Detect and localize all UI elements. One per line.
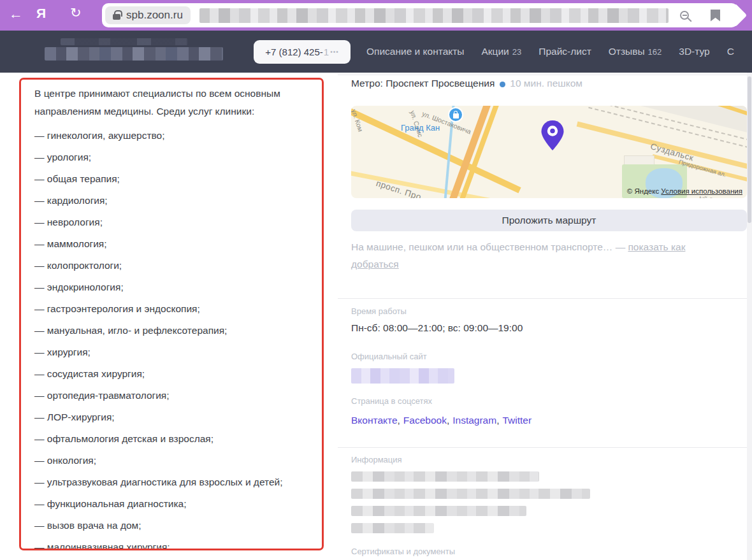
shopping-bag-icon: [453, 113, 459, 118]
service-item: — гинекология, акушерство;: [34, 129, 305, 141]
social-links: Вконтакте,Facebook,Instagram,Twitter: [351, 415, 531, 426]
official-site-label: Официальный сайт: [351, 352, 427, 361]
metro-walk-time: 10 мин. пешком: [510, 78, 582, 89]
url-host: spb.zoon.ru: [126, 9, 183, 22]
metro-line-dot-icon: [500, 82, 505, 87]
map-poi-icon[interactable]: [448, 107, 463, 122]
service-item: — вызов врача на дом;: [34, 519, 305, 531]
blurred-business-name: [45, 47, 223, 61]
scrollbar-thumb[interactable]: [748, 76, 751, 223]
route-button[interactable]: Проложить маршрут: [351, 210, 747, 231]
blurred-business-name-top: [61, 38, 188, 45]
social-link-twitter[interactable]: Twitter: [502, 415, 531, 426]
service-item: — эндокринология;: [34, 281, 305, 293]
metro-row: Метро: Проспект Просвещения 10 мин. пешк…: [351, 78, 582, 89]
map-copyright-text: © Яндекс: [627, 187, 659, 195]
certificates-label: Сертификаты и документы: [351, 547, 455, 556]
nav-label: Прайс-лист: [539, 46, 591, 57]
divider: [338, 298, 747, 299]
nav-label: Акции: [481, 46, 509, 57]
blurred-info-line: [351, 523, 434, 533]
blurred-info-line: [351, 506, 526, 516]
service-item: — маммология;: [34, 238, 305, 250]
phone-hidden-dots: •••: [330, 48, 339, 55]
phone-button[interactable]: +7 (812) 425-1•••: [254, 40, 351, 64]
service-item: — малоинвазивная хирургия;: [34, 541, 305, 550]
map-terms-link[interactable]: Условия использования: [661, 187, 742, 195]
nav-price-list[interactable]: Прайс-лист: [539, 46, 591, 57]
separator: ,: [398, 415, 400, 426]
nav-label: Описание и контакты: [366, 46, 464, 57]
service-item: — ортопедия-травматология;: [34, 389, 305, 401]
nav-label: С: [727, 46, 734, 57]
divider: [338, 447, 747, 448]
nav-count: 23: [512, 47, 521, 57]
services-intro: В центре принимают специалисты по всем о…: [34, 85, 305, 120]
blurred-url: [199, 8, 669, 23]
nav-description-contacts[interactable]: Описание и контакты: [366, 46, 464, 57]
address-bar[interactable]: spb.zoon.ru: [102, 3, 738, 27]
service-item: — офтальмология детская и взрослая;: [34, 433, 305, 445]
bookmark-icon[interactable]: [711, 10, 720, 22]
browser-window: ← Я ↻ spb.zoon.ru +7 (812) 425-1••• Опис…: [0, 0, 752, 560]
information-label: Информация: [351, 455, 402, 464]
service-item: — сосудистая хирургия;: [34, 368, 305, 380]
divider: [338, 75, 747, 75]
site-nav: Описание и контакты Акции23 Прайс-лист О…: [366, 31, 734, 73]
service-item: — общая терапия;: [34, 173, 305, 185]
blurred-info-line: [351, 489, 590, 499]
nav-promotions[interactable]: Акции23: [481, 46, 521, 57]
lock-icon: [113, 14, 120, 20]
nav-label: 3D-тур: [679, 46, 709, 57]
blurred-info-line: [351, 471, 539, 482]
scrollbar[interactable]: [747, 73, 752, 560]
hours-value: Пн-сб: 08:00—21:00; вс: 09:00—19:00: [351, 322, 523, 334]
route-hint: На машине, пешком или на общественном тр…: [351, 238, 719, 273]
map[interactable]: ул. Ком ул. Симс ул. Шостаковича Суздаль…: [351, 106, 747, 198]
service-item: — мануальная, игло- и рефлексотерапия;: [34, 324, 305, 336]
social-link-vkontakte[interactable]: Вконтакте: [351, 415, 398, 426]
route-hint-text: На машине, пешком или на общественном тр…: [351, 241, 628, 252]
service-item: — ультразвуковая диагностика для взрослы…: [34, 476, 305, 488]
social-link-instagram[interactable]: Instagram: [452, 415, 496, 426]
address-bar-tip: [724, 4, 748, 27]
service-item: — онкология;: [34, 454, 305, 466]
location-pin-icon[interactable]: [540, 120, 565, 152]
zoom-out-icon[interactable]: [680, 11, 689, 20]
service-item: — урология;: [34, 151, 305, 163]
nav-label: Отзывы: [609, 46, 645, 57]
highlighted-services-box: В центре принимают специалисты по всем о…: [19, 78, 324, 550]
back-icon[interactable]: ←: [9, 6, 23, 22]
metro-station: Метро: Проспект Просвещения: [351, 78, 495, 89]
map-poi-label: Гранд Кан: [401, 123, 440, 133]
nav-reviews[interactable]: Отзывы162: [609, 46, 662, 57]
yandex-logo-icon[interactable]: Я: [36, 6, 46, 21]
service-item: — функциональная диагностика;: [34, 498, 305, 510]
service-item: — гастроэнтерология и эндоскопия;: [34, 303, 305, 315]
social-link-facebook[interactable]: Facebook: [403, 415, 447, 426]
service-item: — колопроктологи;: [34, 259, 305, 271]
refresh-icon[interactable]: ↻: [70, 5, 82, 20]
phone-number: +7 (812) 425-: [265, 47, 322, 57]
nav-count: 162: [648, 47, 662, 57]
nav-truncated[interactable]: С: [727, 46, 734, 57]
separator: ,: [496, 415, 499, 426]
map-copyright: © Яндекс Условия использования: [627, 187, 742, 195]
separator: ,: [447, 415, 449, 426]
service-item: — кардиология;: [34, 194, 305, 206]
browser-toolbar: ← Я ↻ spb.zoon.ru: [0, 0, 752, 31]
hours-label: Время работы: [351, 306, 407, 316]
social-label: Страница в соцсетях: [351, 396, 432, 406]
security-chip[interactable]: spb.zoon.ru: [105, 6, 191, 24]
phone-masked-digit: 1: [324, 47, 329, 57]
service-item: — неврология;: [34, 216, 305, 228]
service-item: — ЛОР-хирургия;: [34, 411, 305, 423]
site-header: +7 (812) 425-1••• Описание и контакты Ак…: [0, 31, 752, 73]
nav-3d-tour[interactable]: 3D-тур: [679, 46, 709, 57]
blurred-site-link[interactable]: [351, 368, 454, 384]
service-item: — хирургия;: [34, 346, 305, 358]
